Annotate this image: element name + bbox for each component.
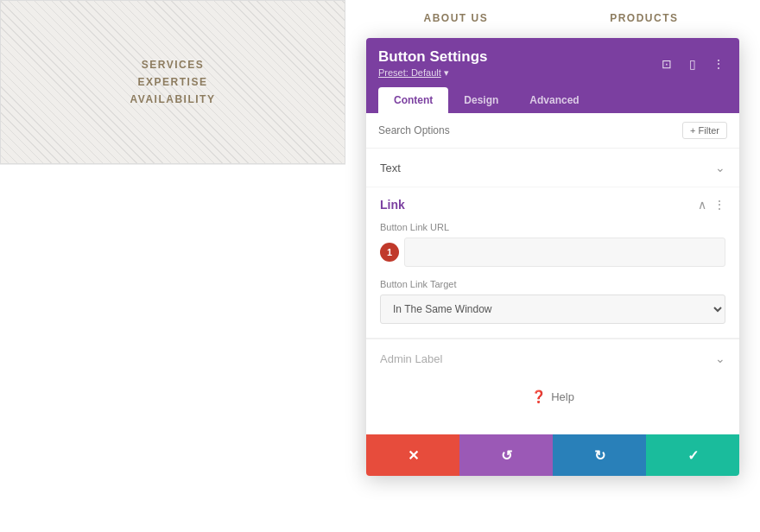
search-bar: + Filter [366,113,739,149]
text-section-label: Text [380,162,401,174]
undo-button[interactable]: ↺ [459,434,553,476]
tab-content[interactable]: Content [378,87,448,113]
link-section: Link ∧ ⋮ Button Link URL 1 Button Link T… [366,187,739,339]
redo-button[interactable]: ↻ [553,434,646,476]
text-chevron-icon: ⌄ [715,161,725,174]
target-field-label: Button Link Target [380,279,725,289]
link-header-icons: ∧ ⋮ [698,198,725,212]
top-nav-about: ABOUT US [423,12,488,24]
panel-header: Button Settings Preset: Default ▾ ⊡ ▯ ⋮ [366,38,739,87]
link-body: Button Link URL 1 Button Link Target In … [366,218,739,338]
step-badge: 1 [380,243,399,262]
nav-item-expertise: EXPERTISE [138,76,208,88]
tab-advanced[interactable]: Advanced [514,87,594,113]
url-field-label: Button Link URL [380,222,725,232]
target-select[interactable]: In The Same Window [380,294,725,324]
tab-design[interactable]: Design [448,87,514,113]
panel-preset: Preset: Default ▾ [378,67,488,79]
preset-label[interactable]: Preset: Default [378,67,441,78]
link-collapse-icon[interactable]: ∧ [698,198,706,212]
admin-label-row[interactable]: Admin Label ⌄ [366,339,739,377]
filter-button[interactable]: + Filter [682,122,727,139]
help-icon: ❓ [531,390,546,403]
help-text: Help [551,390,574,403]
fullscreen-icon[interactable]: ⊡ [658,55,675,73]
link-header: Link ∧ ⋮ [366,187,739,218]
panel-body: + Filter Text ⌄ Link ∧ ⋮ Button Link URL… [366,113,739,476]
save-button[interactable]: ✓ [646,434,739,476]
text-section-row[interactable]: Text ⌄ [366,149,739,187]
search-input[interactable] [378,124,682,136]
admin-chevron-icon: ⌄ [715,352,725,365]
panel-tabs: Content Design Advanced [366,87,739,113]
more-options-icon[interactable]: ⋮ [710,55,727,73]
button-settings-panel: Button Settings Preset: Default ▾ ⊡ ▯ ⋮ … [366,38,739,476]
admin-label: Admin Label [380,352,442,365]
link-more-icon[interactable]: ⋮ [713,198,725,212]
cancel-button[interactable]: ✕ [366,434,459,476]
nav-item-services: SERVICES [142,59,204,71]
nav-item-availability: AVAILABILITY [130,93,216,105]
help-row[interactable]: ❓ Help [366,377,739,415]
panel-title: Button Settings [378,48,488,66]
url-row: 1 [380,238,725,267]
url-input[interactable] [404,238,725,267]
top-nav-products: PRODUCTS [610,12,678,24]
link-title: Link [380,198,405,212]
columns-icon[interactable]: ▯ [684,55,701,73]
nav-area: SERVICES EXPERTISE AVAILABILITY [0,0,345,164]
action-bar: ✕ ↺ ↻ ✓ [366,434,739,476]
